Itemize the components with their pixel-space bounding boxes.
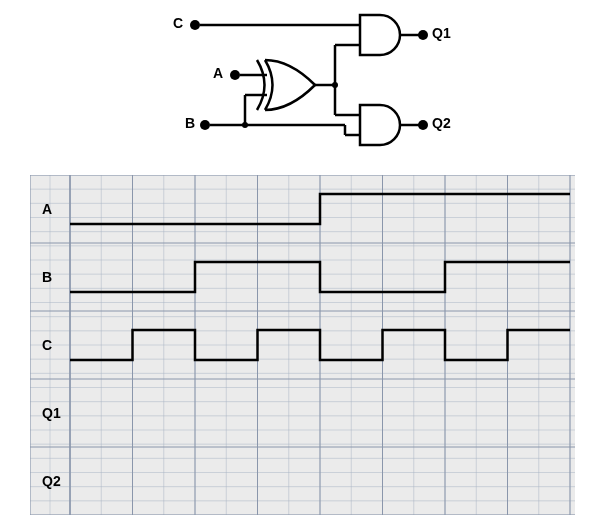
label-q1: Q1 [432,25,451,41]
output-q2-terminal [418,120,428,130]
and-gate-top [360,15,400,55]
waveform-a [70,194,570,224]
label-c: C [173,15,183,31]
xor-gate [257,60,315,110]
signal-label-q1: Q1 [42,405,61,421]
signal-label-a: A [42,201,52,217]
signal-label-c: C [42,337,52,353]
waveform-b [70,262,570,292]
diagram-container: C A B Q1 Q2 ABCQ1Q2 [0,0,603,522]
signal-label-b: B [42,269,52,285]
input-a-terminal [230,70,240,80]
label-b: B [185,115,195,131]
label-q2: Q2 [432,115,451,131]
timing-diagram: ABCQ1Q2 [30,175,575,515]
circuit-schematic: C A B Q1 Q2 [175,5,455,165]
input-c-terminal [190,20,200,30]
output-q1-terminal [418,30,428,40]
input-b-terminal [200,120,210,130]
label-a: A [213,65,223,81]
signal-label-q2: Q2 [42,473,61,489]
and-gate-bottom [360,105,400,145]
